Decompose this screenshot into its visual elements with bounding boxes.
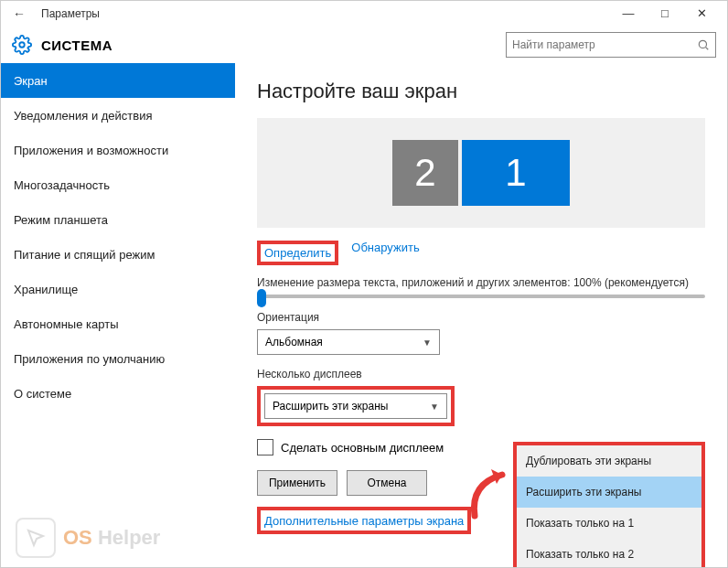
sidebar-item-multitask[interactable]: Многозадачность xyxy=(1,167,235,202)
dropdown-option-duplicate[interactable]: Дублировать эти экраны xyxy=(517,445,701,477)
scale-label: Изменение размера текста, приложений и д… xyxy=(257,276,705,289)
watermark: OS Helper xyxy=(16,518,160,558)
watermark-os: OS xyxy=(63,526,92,549)
display-arrangement[interactable]: 2 1 xyxy=(257,118,705,228)
sidebar-item-label: Питание и спящий режим xyxy=(14,248,155,262)
watermark-helper: Helper xyxy=(98,526,160,549)
sidebar-item-label: Уведомления и действия xyxy=(14,109,153,123)
multi-display-label: Несколько дисплеев xyxy=(257,368,705,380)
sidebar-item-screen[interactable]: Экран xyxy=(1,63,235,98)
window-title: Параметры xyxy=(41,7,100,20)
back-button[interactable]: ← xyxy=(8,6,30,21)
maximize-button[interactable]: □ xyxy=(647,1,683,27)
sidebar-item-label: О системе xyxy=(14,387,71,401)
sidebar-item-power[interactable]: Питание и спящий режим xyxy=(1,237,235,272)
titlebar: ← Параметры — □ ✕ xyxy=(1,1,727,27)
multi-display-value: Расширить эти экраны xyxy=(273,400,388,413)
chevron-down-icon: ▼ xyxy=(423,338,432,348)
sidebar-item-label: Приложения по умолчанию xyxy=(14,352,165,366)
highlight-multi: Расширить эти экраны ▼ xyxy=(257,386,455,426)
minimize-button[interactable]: — xyxy=(610,1,647,27)
svg-point-0 xyxy=(19,42,25,48)
slider-thumb[interactable] xyxy=(257,289,266,307)
dropdown-option-only1[interactable]: Показать только на 1 xyxy=(517,508,701,539)
dropdown-option-extend[interactable]: Расширить эти экраны xyxy=(517,477,701,508)
search-input[interactable] xyxy=(512,38,697,51)
make-main-checkbox[interactable] xyxy=(257,439,273,455)
detect-link[interactable]: Обнаружить xyxy=(351,241,419,265)
cursor-icon xyxy=(16,518,56,558)
orientation-label: Ориентация xyxy=(257,311,705,324)
sidebar-item-about[interactable]: О системе xyxy=(1,376,235,411)
chevron-down-icon: ▼ xyxy=(430,402,439,412)
main-panel: Настройте ваш экран 2 1 Определить Обнар… xyxy=(235,63,727,567)
sidebar-item-label: Многозадачность xyxy=(14,178,110,192)
sidebar-item-tablet[interactable]: Режим планшета xyxy=(1,202,235,237)
sidebar-item-defaults[interactable]: Приложения по умолчанию xyxy=(1,341,235,376)
sidebar: Экран Уведомления и действия Приложения … xyxy=(1,63,235,567)
orientation-select[interactable]: Альбомная ▼ xyxy=(257,329,440,355)
apply-button[interactable]: Применить xyxy=(257,470,337,496)
make-main-label: Сделать основным дисплеем xyxy=(281,441,444,455)
sidebar-item-notifications[interactable]: Уведомления и действия xyxy=(1,98,235,133)
search-box[interactable] xyxy=(506,32,716,58)
identify-link[interactable]: Определить xyxy=(264,246,331,260)
section-title: СИСТЕМА xyxy=(41,38,112,53)
sidebar-item-apps[interactable]: Приложения и возможности xyxy=(1,133,235,167)
dropdown-option-only2[interactable]: Показать только на 2 xyxy=(517,539,701,567)
search-icon xyxy=(697,38,710,51)
sidebar-item-label: Автономные карты xyxy=(14,317,119,331)
sidebar-item-label: Режим планшета xyxy=(14,213,108,227)
sidebar-item-label: Экран xyxy=(14,74,48,88)
gear-icon xyxy=(12,35,32,55)
svg-point-1 xyxy=(699,40,706,48)
cancel-button[interactable]: Отмена xyxy=(347,470,427,496)
sidebar-item-label: Хранилище xyxy=(14,283,78,296)
sidebar-item-storage[interactable]: Хранилище xyxy=(1,272,235,306)
page-title: Настройте ваш экран xyxy=(257,80,705,103)
multi-display-dropdown: Дублировать эти экраны Расширить эти экр… xyxy=(513,442,705,567)
svg-line-2 xyxy=(706,48,709,50)
orientation-value: Альбомная xyxy=(265,336,323,348)
multi-display-select[interactable]: Расширить эти экраны ▼ xyxy=(264,393,447,419)
sidebar-item-label: Приложения и возможности xyxy=(14,144,168,157)
header: СИСТЕМА xyxy=(1,27,727,63)
monitor-1[interactable]: 1 xyxy=(462,140,570,206)
highlight-advanced: Дополнительные параметры экрана xyxy=(257,507,471,534)
monitor-2[interactable]: 2 xyxy=(392,140,458,206)
sidebar-item-maps[interactable]: Автономные карты xyxy=(1,306,235,341)
highlight-identify: Определить xyxy=(257,241,338,265)
close-button[interactable]: ✕ xyxy=(683,1,720,27)
advanced-settings-link[interactable]: Дополнительные параметры экрана xyxy=(264,514,464,528)
scale-slider[interactable] xyxy=(257,295,705,298)
